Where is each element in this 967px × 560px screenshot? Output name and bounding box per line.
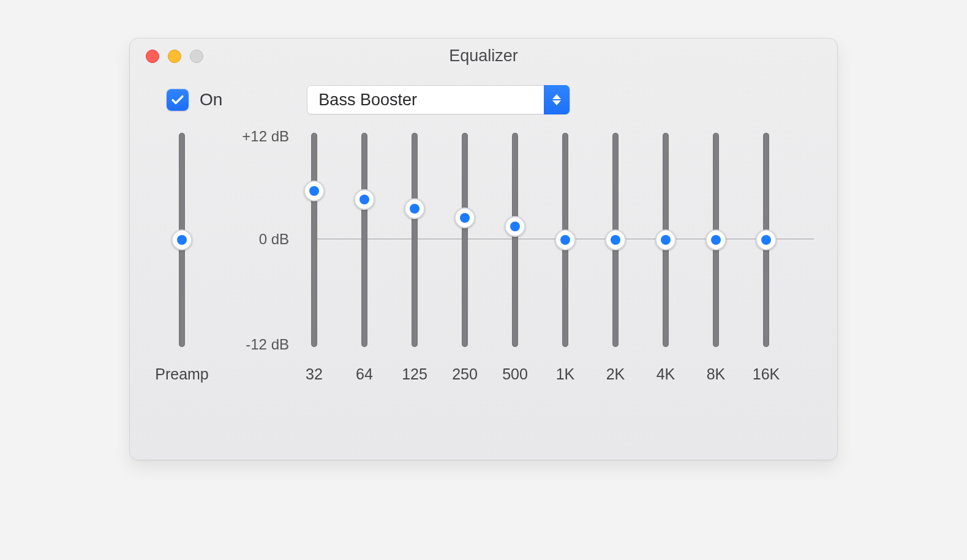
checkmark-icon xyxy=(170,92,185,107)
preset-stepper[interactable] xyxy=(544,85,570,114)
band-1k-slider[interactable] xyxy=(562,133,568,347)
preset-selected-label: Bass Booster xyxy=(307,91,544,110)
chevron-up-icon xyxy=(552,94,561,99)
on-label: On xyxy=(200,90,222,110)
band-250-knob[interactable] xyxy=(454,207,475,228)
band-125-label: 125 xyxy=(402,365,427,383)
equalizer-area: +12 dB 0 dB -12 dB Preamp32641252505001K… xyxy=(130,121,837,439)
preamp-knob[interactable] xyxy=(171,230,192,250)
window-title: Equalizer xyxy=(130,39,837,73)
close-button[interactable] xyxy=(146,50,159,63)
band-125-knob[interactable] xyxy=(404,198,425,219)
band-64-label: 64 xyxy=(356,365,373,383)
band-1k-knob[interactable] xyxy=(555,230,576,250)
chevron-down-icon xyxy=(552,100,561,105)
minimize-button[interactable] xyxy=(168,50,181,63)
equalizer-window: Equalizer On Bass Booster +12 dB 0 dB -1… xyxy=(129,38,838,460)
band-32-label: 32 xyxy=(306,365,323,383)
band-500-slider[interactable] xyxy=(512,133,518,347)
scale-label-mid: 0 dB xyxy=(223,231,289,248)
band-8k-knob[interactable] xyxy=(705,230,726,250)
band-2k-slider[interactable] xyxy=(612,133,619,347)
band-16k-slider[interactable] xyxy=(763,133,769,347)
band-64-slider[interactable] xyxy=(361,133,367,347)
band-2k-label: 2K xyxy=(606,365,625,383)
band-16k-label: 16K xyxy=(753,365,780,383)
traffic-lights xyxy=(146,50,203,63)
band-1k-label: 1K xyxy=(556,365,575,383)
band-250-label: 250 xyxy=(452,365,478,383)
controls-row: On Bass Booster xyxy=(130,73,837,121)
band-4k-label: 4K xyxy=(657,365,675,383)
band-64-knob[interactable] xyxy=(354,189,375,210)
band-250-slider[interactable] xyxy=(462,133,468,347)
band-4k-knob[interactable] xyxy=(655,230,676,250)
band-500-label: 500 xyxy=(502,365,528,383)
band-16k-knob[interactable] xyxy=(756,230,777,250)
titlebar: Equalizer xyxy=(130,39,837,73)
preset-select[interactable]: Bass Booster xyxy=(307,85,570,114)
preamp-label: Preamp xyxy=(155,365,209,383)
band-2k-knob[interactable] xyxy=(605,230,626,250)
band-500-knob[interactable] xyxy=(505,216,525,237)
scale-label-min: -12 dB xyxy=(223,336,289,353)
band-8k-slider[interactable] xyxy=(713,133,719,347)
maximize-button[interactable] xyxy=(190,50,203,63)
scale-label-max: +12 dB xyxy=(223,128,289,145)
band-32-slider[interactable] xyxy=(311,133,317,347)
preamp-slider[interactable] xyxy=(179,133,185,347)
band-4k-slider[interactable] xyxy=(663,133,669,347)
on-checkbox[interactable] xyxy=(167,89,189,111)
band-125-slider[interactable] xyxy=(412,133,418,347)
band-8k-label: 8K xyxy=(707,365,726,383)
band-32-knob[interactable] xyxy=(304,181,325,201)
